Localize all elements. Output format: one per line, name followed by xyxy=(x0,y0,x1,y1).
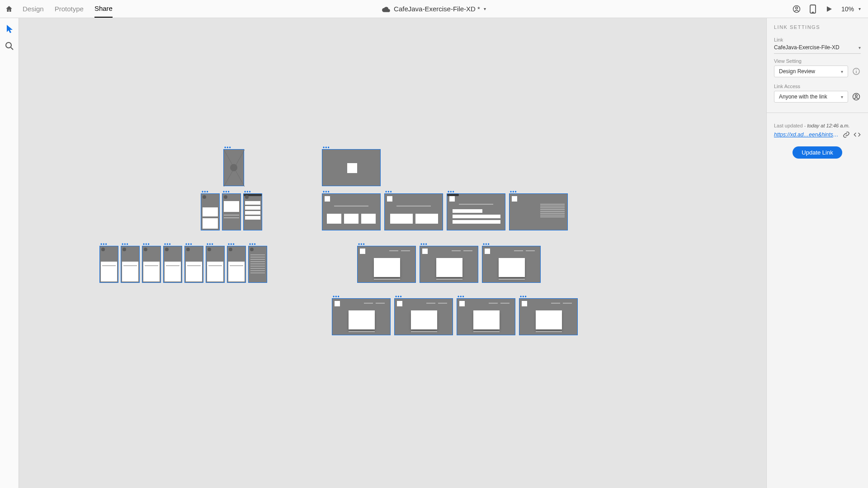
chevron-down-icon: ▾ xyxy=(859,6,861,11)
embed-code-icon[interactable] xyxy=(854,131,861,138)
web-artboard[interactable] xyxy=(509,193,568,230)
account-icon[interactable] xyxy=(793,5,801,13)
document-title-dropdown[interactable]: CafeJava-Exercise-File-XD * ▾ xyxy=(382,5,486,13)
left-toolbar xyxy=(0,18,19,488)
web-artboard-detail[interactable] xyxy=(519,298,578,335)
tab-prototype[interactable]: Prototype xyxy=(55,0,84,18)
last-updated-prefix: Last updated - xyxy=(774,123,807,128)
canvas[interactable]: ••• ••• ••• ••• ••• ••• ••• xyxy=(19,18,766,488)
web-artboard-splash[interactable] xyxy=(322,149,381,186)
mobile-artboard[interactable] xyxy=(201,193,220,230)
web-artboard-detail[interactable] xyxy=(420,246,478,283)
chevron-down-icon: ▾ xyxy=(841,69,843,74)
view-setting-value: Design Review xyxy=(779,68,815,75)
play-preview-icon[interactable] xyxy=(825,5,833,13)
link-access-value: Anyone with the link xyxy=(779,94,827,100)
copy-link-icon[interactable] xyxy=(843,131,850,138)
chevron-down-icon: ▾ xyxy=(484,6,486,11)
web-artboard[interactable] xyxy=(447,193,505,230)
svg-point-10 xyxy=(855,95,858,97)
top-bar: Design Prototype Share CafeJava-Exercise… xyxy=(0,0,868,18)
web-artboard-detail[interactable] xyxy=(357,246,416,283)
web-artboard-detail[interactable] xyxy=(332,298,391,335)
panel-heading: LINK SETTINGS xyxy=(774,24,861,30)
mobile-artboard[interactable] xyxy=(99,246,118,283)
link-name-dropdown[interactable]: CafeJava-Exercise-File-XD ▾ xyxy=(774,42,861,54)
web-artboard[interactable] xyxy=(384,193,443,230)
home-button[interactable] xyxy=(0,0,18,18)
link-settings-panel: LINK SETTINGS Link CafeJava-Exercise-Fil… xyxy=(766,18,868,488)
home-icon xyxy=(5,5,13,13)
mobile-artboard[interactable] xyxy=(142,246,161,283)
invite-user-icon[interactable] xyxy=(852,92,861,101)
top-right-actions: 10% ▾ xyxy=(793,5,868,13)
zoom-level-dropdown[interactable]: 10% ▾ xyxy=(841,5,861,13)
link-name-value: CafeJava-Exercise-File-XD xyxy=(774,44,840,51)
view-setting-label: View Setting xyxy=(774,58,861,64)
pointer-tool[interactable] xyxy=(5,24,14,33)
panel-divider xyxy=(767,113,868,113)
document-title: CafeJava-Exercise-File-XD * xyxy=(394,5,480,13)
last-updated-text: Last updated - today at 12:46 a.m. xyxy=(774,123,861,128)
mobile-artboard[interactable] xyxy=(222,193,241,230)
svg-point-1 xyxy=(796,7,798,9)
link-access-label: Link Access xyxy=(774,84,861,89)
mobile-artboard[interactable] xyxy=(163,246,182,283)
zoom-value: 10% xyxy=(841,5,854,13)
update-link-button[interactable]: Update Link xyxy=(793,146,842,159)
web-artboard-detail[interactable] xyxy=(457,298,515,335)
mobile-artboard[interactable] xyxy=(121,246,140,283)
device-preview-icon[interactable] xyxy=(809,5,817,13)
chevron-down-icon: ▾ xyxy=(859,45,861,50)
last-updated-time: today at 12:46 a.m. xyxy=(807,123,849,128)
mode-tabs: Design Prototype Share xyxy=(23,0,113,18)
info-icon[interactable] xyxy=(852,67,861,76)
link-access-select[interactable]: Anyone with the link ▾ xyxy=(774,91,848,103)
tab-design[interactable]: Design xyxy=(23,0,44,18)
svg-line-5 xyxy=(11,47,13,50)
mobile-artboard[interactable] xyxy=(206,246,225,283)
web-artboard[interactable] xyxy=(322,193,381,230)
svg-point-4 xyxy=(6,42,11,48)
svg-point-8 xyxy=(856,70,857,70)
logo-placeholder-icon xyxy=(230,164,237,171)
mobile-artboard-splash[interactable] xyxy=(223,149,244,186)
share-url-link[interactable]: https://xd.ad…een&hints=off xyxy=(774,131,839,138)
mobile-artboard[interactable] xyxy=(248,246,267,283)
mobile-artboard[interactable] xyxy=(227,246,246,283)
tab-share[interactable]: Share xyxy=(94,0,113,18)
view-setting-select[interactable]: Design Review ▾ xyxy=(774,66,848,77)
chevron-down-icon: ▾ xyxy=(841,94,843,99)
web-artboard-detail[interactable] xyxy=(394,298,453,335)
cloud-icon xyxy=(382,6,390,12)
mobile-artboard[interactable] xyxy=(184,246,203,283)
link-field-label: Link xyxy=(774,37,861,42)
mobile-artboard[interactable] xyxy=(243,193,262,230)
web-artboard-detail[interactable] xyxy=(482,246,541,283)
zoom-tool[interactable] xyxy=(5,42,14,51)
